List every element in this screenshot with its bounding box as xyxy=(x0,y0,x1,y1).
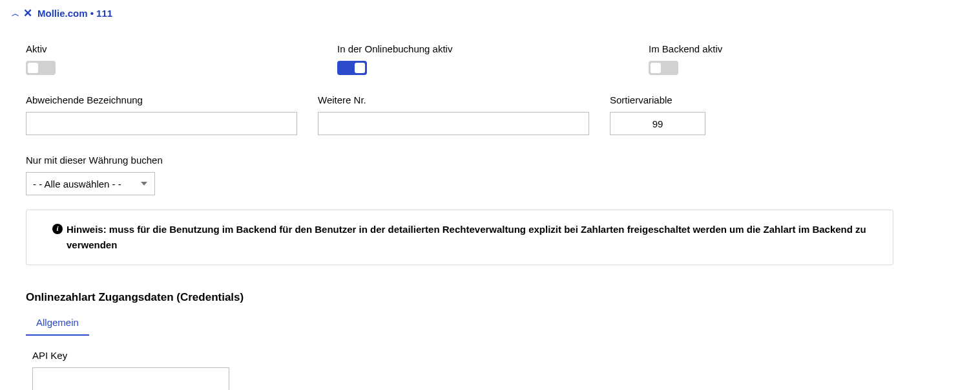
chevron-up-icon: ︿ xyxy=(12,10,19,17)
notice-box: i Hinweis: muss für die Benutzung im Bac… xyxy=(26,210,893,265)
label-online-aktiv: In der Onlinebuchung aktiv xyxy=(337,43,629,54)
credentials-heading: Onlinezahlart Zugangsdaten (Credentials) xyxy=(26,291,893,304)
label-backend-aktiv: Im Backend aktiv xyxy=(649,43,745,54)
toggle-backend-aktiv[interactable] xyxy=(649,61,678,75)
section-header[interactable]: ︿ ✕ Mollie.com • 111 xyxy=(12,8,968,19)
input-api-key[interactable] xyxy=(32,367,229,390)
header-title: Mollie.com • 111 xyxy=(37,8,112,19)
label-abweichende-bezeichnung: Abweichende Bezeichnung xyxy=(26,94,297,105)
toggle-aktiv[interactable] xyxy=(26,61,56,75)
close-icon[interactable]: ✕ xyxy=(23,8,32,19)
input-weitere-nr[interactable] xyxy=(318,112,589,135)
notice-text: Hinweis: muss für die Benutzung im Backe… xyxy=(67,222,867,253)
info-icon: i xyxy=(52,224,63,234)
label-api-key: API Key xyxy=(32,350,893,361)
label-weitere-nr: Weitere Nr. xyxy=(318,94,589,105)
tab-allgemein[interactable]: Allgemein xyxy=(26,312,89,336)
input-sortiervariable[interactable] xyxy=(610,112,705,135)
input-abweichende-bezeichnung[interactable] xyxy=(26,112,297,135)
label-sortiervariable: Sortiervariable xyxy=(610,94,705,105)
label-waehrung: Nur mit dieser Währung buchen xyxy=(26,155,163,166)
credentials-tabs: Allgemein xyxy=(26,312,893,336)
toggle-online-aktiv[interactable] xyxy=(337,61,367,75)
select-waehrung[interactable]: - - Alle auswählen - - xyxy=(26,172,155,195)
label-aktiv: Aktiv xyxy=(26,43,318,54)
